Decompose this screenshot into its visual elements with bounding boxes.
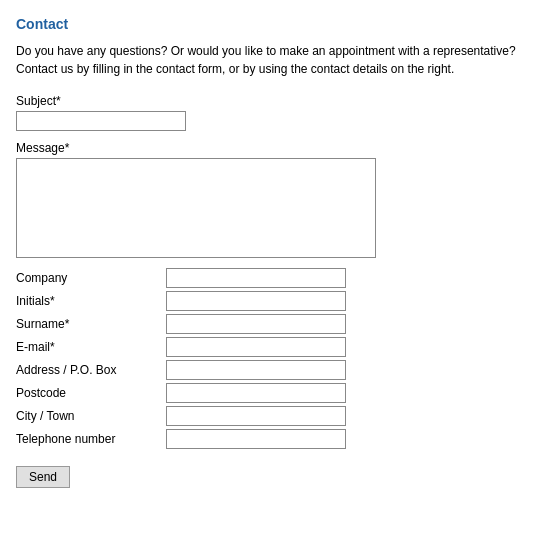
form-row: Telephone number (16, 429, 517, 449)
input-surname[interactable] (166, 314, 346, 334)
form-row: Postcode (16, 383, 517, 403)
send-button[interactable]: Send (16, 466, 70, 488)
label-address: Address / P.O. Box (16, 363, 166, 377)
label-initials: Initials* (16, 294, 166, 308)
message-textarea[interactable] (16, 158, 376, 258)
contact-form-table: CompanyInitials*Surname*E-mail*Address /… (16, 268, 517, 449)
intro-text: Do you have any questions? Or would you … (16, 42, 517, 78)
form-row: City / Town (16, 406, 517, 426)
input-company[interactable] (166, 268, 346, 288)
form-row: Initials* (16, 291, 517, 311)
input-postcode[interactable] (166, 383, 346, 403)
label-postcode: Postcode (16, 386, 166, 400)
form-row: Address / P.O. Box (16, 360, 517, 380)
form-row: Surname* (16, 314, 517, 334)
input-email[interactable] (166, 337, 346, 357)
label-city: City / Town (16, 409, 166, 423)
label-surname: Surname* (16, 317, 166, 331)
label-email: E-mail* (16, 340, 166, 354)
form-row: E-mail* (16, 337, 517, 357)
input-initials[interactable] (166, 291, 346, 311)
subject-field-group: Subject* (16, 94, 517, 131)
form-row: Company (16, 268, 517, 288)
subject-label: Subject* (16, 94, 517, 108)
input-address[interactable] (166, 360, 346, 380)
message-label: Message* (16, 141, 517, 155)
message-field-group: Message* (16, 141, 517, 258)
label-company: Company (16, 271, 166, 285)
label-telephone: Telephone number (16, 432, 166, 446)
send-button-container: Send (16, 452, 517, 488)
subject-input[interactable] (16, 111, 186, 131)
input-telephone[interactable] (166, 429, 346, 449)
input-city[interactable] (166, 406, 346, 426)
page-title: Contact (16, 16, 517, 32)
